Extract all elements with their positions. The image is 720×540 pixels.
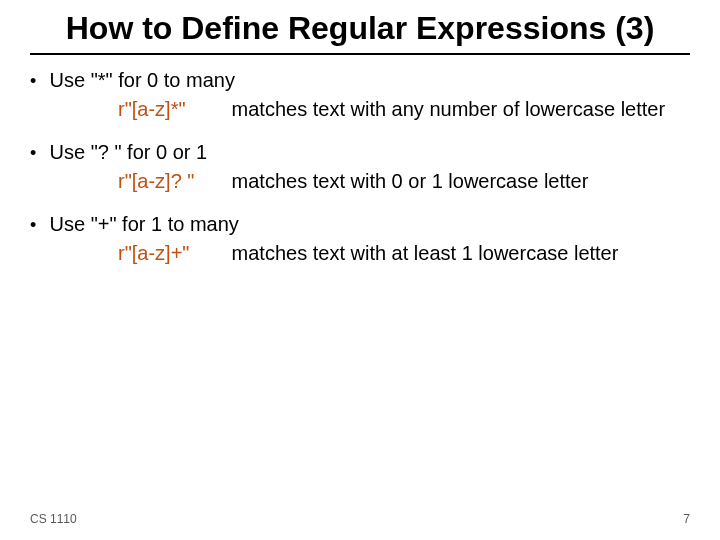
bullet-text: Use "*" for 0 to many (50, 69, 235, 91)
code-description: matches text with any number of lowercas… (232, 98, 666, 120)
bullet-text: Use "? " for 0 or 1 (50, 141, 208, 163)
example-line: r"[a-z]*" matches text with any number o… (118, 98, 690, 121)
slide: How to Define Regular Expressions (3) • … (0, 0, 720, 540)
code-description: matches text with 0 or 1 lowercase lette… (232, 170, 589, 192)
bullet-text: Use "+" for 1 to many (50, 213, 239, 235)
code-description: matches text with at least 1 lowercase l… (232, 242, 619, 264)
slide-footer: CS 1110 7 (30, 512, 690, 526)
bullet-item: • Use "*" for 0 to many (30, 69, 690, 92)
footer-page-number: 7 (683, 512, 690, 526)
bullet-item: • Use "+" for 1 to many (30, 213, 690, 236)
code-snippet: r"[a-z]*" (118, 98, 208, 121)
code-snippet: r"[a-z]? " (118, 170, 208, 193)
code-snippet: r"[a-z]+" (118, 242, 208, 265)
bullet-dot-icon: • (30, 71, 44, 92)
example-line: r"[a-z]+" matches text with at least 1 l… (118, 242, 690, 265)
bullet-dot-icon: • (30, 143, 44, 164)
footer-course: CS 1110 (30, 512, 77, 526)
slide-title: How to Define Regular Expressions (3) (30, 10, 690, 55)
bullet-item: • Use "? " for 0 or 1 (30, 141, 690, 164)
bullet-dot-icon: • (30, 215, 44, 236)
example-line: r"[a-z]? " matches text with 0 or 1 lowe… (118, 170, 690, 193)
